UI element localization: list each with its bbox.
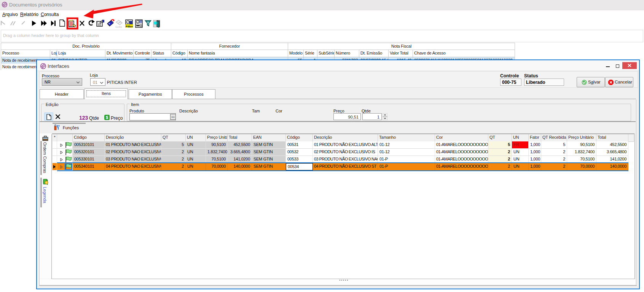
svg-text:$: $: [106, 115, 108, 120]
